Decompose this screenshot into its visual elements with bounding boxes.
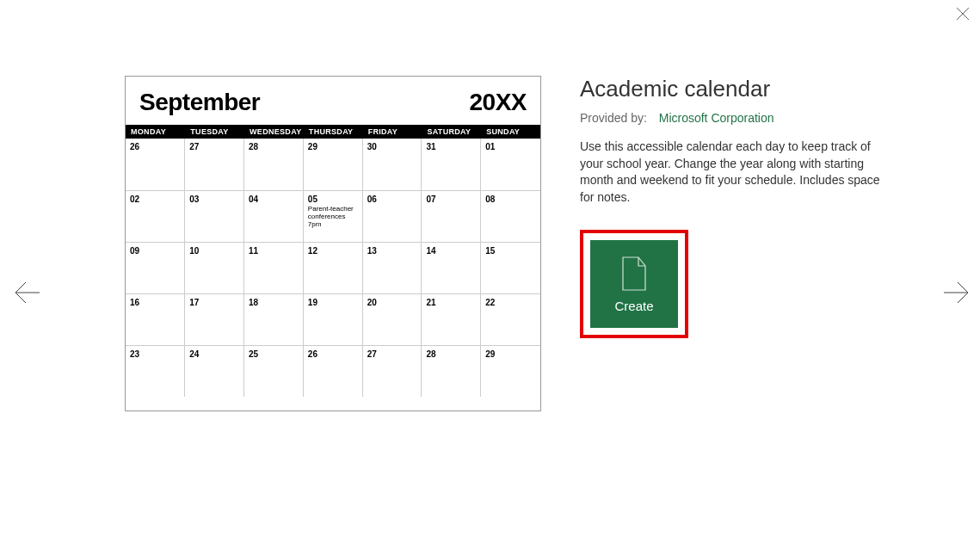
calendar-cell: 18: [244, 293, 304, 345]
previous-template-button[interactable]: [12, 277, 43, 308]
calendar-cell: 06: [362, 190, 422, 242]
calendar-cell: 31: [422, 139, 481, 190]
create-button-label: Create: [614, 299, 653, 313]
close-button[interactable]: [954, 5, 971, 22]
calendar-cell: 24: [185, 345, 244, 397]
calendar-cell: 03: [185, 190, 244, 242]
calendar-grid: MONDAYTUESDAYWEDNESDAYTHURSDAYFRIDAYSATU…: [126, 125, 540, 397]
close-icon: [954, 5, 971, 22]
calendar-month: September: [139, 89, 260, 116]
calendar-cell: 21: [422, 293, 481, 345]
calendar-cell: 14: [422, 242, 481, 293]
arrow-left-icon: [12, 277, 43, 308]
calendar-day-header: SUNDAY: [481, 125, 540, 139]
template-details: Academic calendar Provided by: Microsoft…: [580, 76, 881, 411]
create-button-highlight: Create: [580, 230, 688, 338]
calendar-cell-note: Parent-teacher conferences 7pm: [308, 205, 358, 229]
calendar-cell: 02: [126, 190, 185, 242]
calendar-cell: 01: [481, 139, 540, 190]
calendar-cell: 08: [481, 190, 540, 242]
calendar-day-header: FRIDAY: [362, 125, 422, 139]
provider-link[interactable]: Microsoft Corporation: [659, 111, 774, 125]
calendar-cell: 09: [126, 242, 185, 293]
calendar-day-header: SATURDAY: [422, 125, 481, 139]
calendar-day-header: THURSDAY: [303, 125, 362, 139]
calendar-cell: 12: [303, 242, 362, 293]
calendar-cell: 26: [126, 139, 185, 190]
calendar-cell: 30: [362, 139, 422, 190]
template-preview: September 20XX MONDAYTUESDAYWEDNESDAYTHU…: [125, 76, 541, 411]
template-description: Use this accessible calendar each day to…: [580, 139, 881, 206]
calendar-cell: 28: [244, 139, 304, 190]
calendar-cell: 13: [362, 242, 422, 293]
calendar-day-header: TUESDAY: [185, 125, 244, 139]
calendar-day-header: WEDNESDAY: [244, 125, 304, 139]
calendar-cell: 29: [303, 139, 362, 190]
calendar-year: 20XX: [470, 89, 527, 116]
calendar-cell: 19: [303, 293, 362, 345]
calendar-cell: 28: [422, 345, 481, 397]
calendar-cell: 16: [126, 293, 185, 345]
calendar-cell: 23: [126, 345, 185, 397]
calendar-cell: 29: [481, 345, 540, 397]
calendar-cell: 17: [185, 293, 244, 345]
calendar-cell: 20: [362, 293, 422, 345]
document-icon: [619, 256, 649, 292]
calendar-cell: 07: [422, 190, 481, 242]
calendar-cell: 22: [481, 293, 540, 345]
calendar-cell: 25: [244, 345, 304, 397]
template-title: Academic calendar: [580, 76, 881, 102]
create-button[interactable]: Create: [590, 240, 678, 328]
calendar-cell: 05Parent-teacher conferences 7pm: [303, 190, 362, 242]
calendar-cell: 27: [185, 139, 244, 190]
calendar-cell: 26: [303, 345, 362, 397]
calendar-day-header: MONDAY: [126, 125, 185, 139]
provided-by-label: Provided by:: [580, 111, 647, 125]
calendar-cell: 27: [362, 345, 422, 397]
calendar-cell: 04: [244, 190, 304, 242]
calendar-cell: 10: [185, 242, 244, 293]
calendar-cell: 11: [244, 242, 304, 293]
calendar-cell: 15: [481, 242, 540, 293]
